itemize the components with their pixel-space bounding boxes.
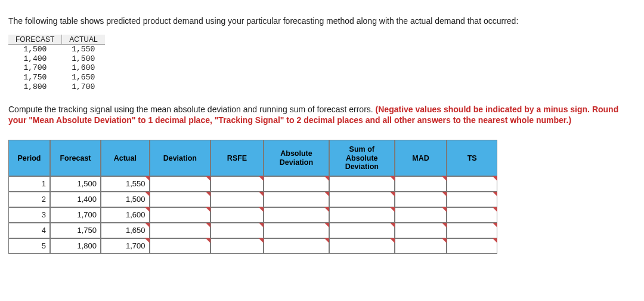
fa-row: 1,750 1,650 — [8, 73, 105, 82]
sad-cell[interactable] — [329, 207, 395, 223]
mad-cell[interactable] — [395, 192, 447, 207]
actual-cell[interactable]: 1,600 — [101, 207, 150, 223]
forecast-cell[interactable]: 1,500 — [50, 176, 101, 192]
fa-actual: 1,650 — [62, 73, 105, 82]
period-cell[interactable]: 1 — [8, 176, 50, 192]
rsfe-cell-value — [211, 208, 263, 222]
ts-cell-value — [447, 239, 497, 253]
mad-cell[interactable] — [395, 238, 447, 254]
rsfe-cell-value — [211, 223, 263, 238]
period-cell[interactable]: 2 — [8, 192, 50, 207]
deviation-cell-value — [150, 192, 210, 207]
fa-row: 1,400 1,500 — [8, 54, 105, 64]
deviation-cell-value — [150, 223, 210, 238]
hdr-ts: TS — [447, 140, 497, 176]
fa-forecast: 1,400 — [8, 54, 62, 64]
absdev-cell[interactable] — [264, 176, 329, 192]
absdev-cell-value — [264, 223, 329, 238]
fa-row: 1,800 1,700 — [8, 82, 105, 92]
ts-cell[interactable] — [447, 223, 497, 238]
ts-cell[interactable] — [447, 192, 497, 207]
mad-cell[interactable] — [395, 223, 447, 238]
sad-cell-value — [330, 192, 394, 207]
forecast-cell[interactable]: 1,400 — [50, 192, 101, 207]
period-cell-value: 1 — [9, 177, 49, 191]
rsfe-cell[interactable] — [210, 238, 264, 254]
absdev-cell[interactable] — [264, 223, 329, 238]
forecast-actual-table: FORECAST ACTUAL 1,500 1,550 1,400 1,500 … — [8, 35, 105, 91]
answer-row: 31,7001,600 — [8, 207, 497, 223]
instruction-plain: Compute the tracking signal using the me… — [8, 105, 376, 114]
actual-cell-value: 1,700 — [101, 239, 149, 253]
fa-actual: 1,550 — [62, 45, 105, 54]
forecast-cell-value: 1,800 — [51, 239, 100, 253]
actual-cell[interactable]: 1,700 — [101, 238, 150, 254]
ts-cell[interactable] — [447, 238, 497, 254]
absdev-cell[interactable] — [264, 192, 329, 207]
actual-cell[interactable]: 1,500 — [101, 192, 150, 207]
actual-cell-value: 1,500 — [101, 192, 149, 207]
fa-forecast: 1,800 — [8, 82, 62, 92]
answer-row: 41,7501,650 — [8, 223, 497, 238]
forecast-cell-value: 1,700 — [51, 208, 100, 222]
period-cell-value: 4 — [9, 223, 49, 238]
deviation-cell[interactable] — [150, 223, 210, 238]
fa-actual: 1,600 — [62, 63, 105, 73]
answer-row: 11,5001,550 — [8, 176, 497, 192]
rsfe-cell-value — [211, 239, 263, 253]
rsfe-cell[interactable] — [210, 207, 264, 223]
hdr-mad: MAD — [395, 140, 447, 176]
actual-cell[interactable]: 1,650 — [101, 223, 150, 238]
rsfe-cell[interactable] — [210, 223, 264, 238]
sad-cell-value — [330, 208, 394, 222]
ts-cell-value — [447, 177, 497, 191]
sad-cell[interactable] — [329, 223, 395, 238]
period-cell[interactable]: 5 — [8, 238, 50, 254]
mad-cell-value — [395, 177, 447, 191]
deviation-cell[interactable] — [150, 176, 210, 192]
fa-forecast: 1,500 — [8, 45, 62, 54]
fa-forecast: 1,700 — [8, 63, 62, 73]
ts-cell-value — [447, 192, 497, 207]
forecast-cell-value: 1,500 — [51, 177, 100, 191]
forecast-cell-value: 1,750 — [51, 223, 100, 238]
absdev-cell[interactable] — [264, 238, 329, 254]
actual-cell-value: 1,600 — [101, 208, 149, 222]
period-cell-value: 3 — [9, 208, 49, 222]
forecast-cell[interactable]: 1,700 — [50, 207, 101, 223]
answers-table: Period Forecast Actual Deviation RSFE Ab… — [8, 140, 497, 254]
sad-cell[interactable] — [329, 238, 395, 254]
answer-row: 21,4001,500 — [8, 192, 497, 207]
deviation-cell[interactable] — [150, 207, 210, 223]
mad-cell-value — [395, 239, 447, 253]
rsfe-cell-value — [211, 177, 263, 191]
absdev-cell[interactable] — [264, 207, 329, 223]
actual-cell[interactable]: 1,550 — [101, 176, 150, 192]
period-cell-value: 2 — [9, 192, 49, 207]
forecast-cell[interactable]: 1,800 — [50, 238, 101, 254]
mad-cell[interactable] — [395, 207, 447, 223]
fa-actual: 1,700 — [62, 82, 105, 92]
intro-text: The following table shows predicted prod… — [8, 16, 636, 26]
rsfe-cell[interactable] — [210, 192, 264, 207]
period-cell[interactable]: 3 — [8, 207, 50, 223]
period-cell[interactable]: 4 — [8, 223, 50, 238]
sad-cell[interactable] — [329, 176, 395, 192]
ts-cell[interactable] — [447, 176, 497, 192]
sad-cell[interactable] — [329, 192, 395, 207]
deviation-cell[interactable] — [150, 238, 210, 254]
mad-cell-value — [395, 192, 447, 207]
absdev-cell-value — [264, 192, 329, 207]
deviation-cell-value — [150, 208, 210, 222]
hdr-sad: Sum of Absolute Deviation — [329, 140, 395, 176]
deviation-cell[interactable] — [150, 192, 210, 207]
mad-cell[interactable] — [395, 176, 447, 192]
period-cell-value: 5 — [9, 239, 49, 253]
fa-forecast: 1,750 — [8, 73, 62, 82]
forecast-cell[interactable]: 1,750 — [50, 223, 101, 238]
sad-cell-value — [330, 223, 394, 238]
instruction-text: Compute the tracking signal using the me… — [8, 105, 636, 125]
fa-header-actual: ACTUAL — [62, 35, 105, 45]
ts-cell[interactable] — [447, 207, 497, 223]
rsfe-cell[interactable] — [210, 176, 264, 192]
